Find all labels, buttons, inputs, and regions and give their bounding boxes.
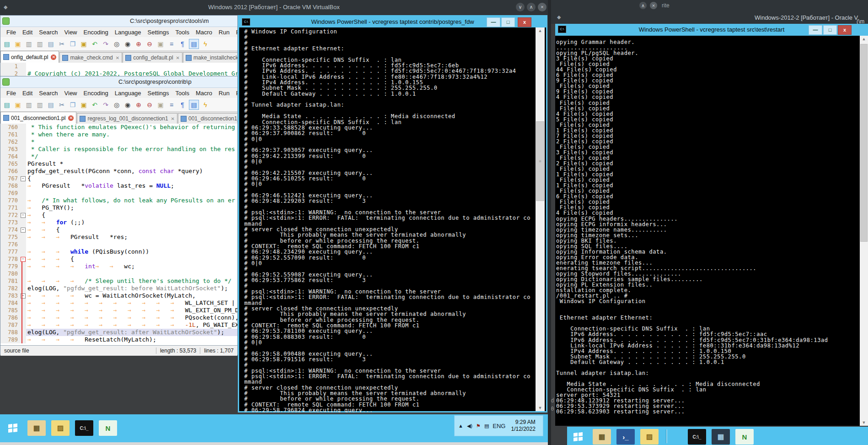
- menu-item-tools[interactable]: Tools: [172, 29, 193, 36]
- notepadpp-icon[interactable]: N: [735, 429, 754, 445]
- fold-margin[interactable]: [20, 241, 26, 248]
- indent-guide-icon[interactable]: ▤: [189, 39, 199, 49]
- scroll-down-icon[interactable]: ▼: [860, 420, 868, 425]
- fold-margin[interactable]: [20, 285, 26, 292]
- scrollbar-thumb[interactable]: ≡: [536, 121, 544, 201]
- close-icon[interactable]: ×: [650, 2, 657, 9]
- start-button[interactable]: [569, 429, 587, 445]
- fold-marker-icon[interactable]: −: [21, 257, 26, 262]
- fold-margin[interactable]: [20, 146, 26, 153]
- tab-close-icon[interactable]: ✕: [171, 116, 175, 121]
- close-button[interactable]: x: [838, 25, 852, 35]
- save-all-icon[interactable]: ▥: [35, 39, 44, 49]
- show-symbols-icon[interactable]: ¶: [178, 100, 187, 109]
- notepadpp1-titlebar[interactable]: C:\src\postgrespro\src\tools\m: [0, 16, 237, 27]
- notepadpp2-titlebar[interactable]: C:\src\postgrespro\contrib\p: [0, 76, 237, 88]
- cmd-icon[interactable]: C:\_: [75, 420, 93, 436]
- fold-margin[interactable]: [20, 153, 26, 160]
- menu-item-encoding[interactable]: Encoding: [80, 29, 112, 36]
- scrollbar-thumb[interactable]: [860, 44, 868, 242]
- fold-margin[interactable]: −: [20, 292, 26, 299]
- minimize-button[interactable]: —: [809, 25, 822, 35]
- computer-icon[interactable]: ▦: [712, 429, 730, 445]
- fold-margin[interactable]: −: [20, 175, 26, 182]
- fold-margin[interactable]: [20, 336, 26, 343]
- fold-margin[interactable]: −: [20, 226, 26, 233]
- fold-margin[interactable]: [20, 307, 26, 314]
- macro-run-icon[interactable]: ϟ: [201, 100, 210, 109]
- print-icon[interactable]: ▤: [46, 100, 55, 109]
- file-explorer-icon[interactable]: ▨: [51, 420, 70, 436]
- fold-margin[interactable]: [20, 190, 26, 197]
- menu-item-settings[interactable]: Settings: [145, 90, 172, 97]
- chevron-up-icon[interactable]: ∧: [527, 3, 536, 11]
- fold-margin[interactable]: [20, 321, 26, 329]
- fold-margin[interactable]: [20, 182, 26, 190]
- fold-margin[interactable]: [20, 138, 26, 146]
- menu-item-macro[interactable]: Macro: [193, 90, 215, 97]
- speaker-icon[interactable]: ◀): [467, 423, 472, 429]
- zoom-out-icon[interactable]: ⊖: [145, 39, 154, 49]
- print-icon[interactable]: ▤: [46, 39, 55, 49]
- cut-icon[interactable]: ✂: [57, 39, 66, 49]
- ps-mid-scrollbar[interactable]: ▲ ≡ ▼: [536, 27, 545, 411]
- tab-close-icon[interactable]: ✕: [68, 115, 74, 121]
- fold-margin[interactable]: [20, 314, 26, 321]
- right-vm-titlebar[interactable]: ∧ × rite ◆ Windows-2012-2 [Работает] - O…: [551, 0, 868, 24]
- menu-item-plugins[interactable]: Plugins: [233, 29, 237, 36]
- save-icon[interactable]: ▥: [24, 39, 33, 49]
- indent-guide-icon[interactable]: ▤: [189, 100, 199, 110]
- chevron-up-icon[interactable]: ∧: [639, 2, 647, 9]
- fold-margin[interactable]: [20, 63, 26, 70]
- fold-margin[interactable]: [20, 277, 26, 285]
- powershell-icon[interactable]: ›_: [616, 429, 635, 445]
- replace-icon[interactable]: ◉: [123, 100, 132, 109]
- ps-right-console[interactable]: opying Grammar header...................…: [555, 36, 861, 429]
- menu-item-run[interactable]: Run: [215, 90, 233, 97]
- fold-margin[interactable]: −: [20, 212, 26, 219]
- minimize-button[interactable]: —: [487, 17, 500, 27]
- tray-chevron-icon[interactable]: ▲: [458, 423, 463, 429]
- zoom-out-icon[interactable]: ⊖: [145, 100, 154, 109]
- menu-item-search[interactable]: Search: [36, 90, 61, 97]
- zoom-in-icon[interactable]: ⊕: [134, 39, 143, 49]
- open-file-icon[interactable]: ▣: [13, 39, 22, 49]
- find-icon[interactable]: ◎: [112, 39, 121, 49]
- fold-margin[interactable]: [20, 204, 26, 212]
- fold-margin[interactable]: −: [20, 255, 26, 263]
- notepadpp-icon[interactable]: N: [99, 420, 117, 436]
- scroll-up-icon[interactable]: ▲: [536, 28, 545, 33]
- copy-icon[interactable]: ❐: [68, 39, 77, 49]
- tab-config-default-pl[interactable]: config_default.pl✕: [123, 52, 182, 63]
- clock[interactable]: 9:29 AM 1/12/2022: [511, 419, 535, 433]
- network-icon[interactable]: ▤: [484, 423, 489, 429]
- ps-mid-console[interactable]: # Windows IP Configuration### Ethernet a…: [241, 27, 539, 412]
- fold-margin[interactable]: [20, 270, 26, 277]
- language-indicator[interactable]: ENG: [493, 423, 505, 429]
- tab-regress-log-001-disconnection1[interactable]: regress_log_001_disconnection1✕: [77, 113, 177, 124]
- server-manager-icon[interactable]: ▦: [27, 420, 46, 436]
- ps-mid-titlebar[interactable]: C:\ Windows PowerShell - vcregress tapte…: [239, 16, 546, 27]
- show-symbols-icon[interactable]: ¶: [178, 39, 187, 49]
- left-vm-titlebar[interactable]: ◆ Windows 2012 [Работает] - Oracle VM Vi…: [0, 0, 548, 15]
- tab-001-disconnection1-pl[interactable]: 001_disconnection1.pl✕: [0, 112, 76, 124]
- ps-right-scrollbar[interactable]: ▲ ▼: [860, 36, 868, 426]
- doc-switch-icon[interactable]: ▣: [156, 39, 165, 49]
- pin-icon[interactable]: ◆: [557, 14, 561, 20]
- replace-icon[interactable]: ◉: [123, 39, 132, 49]
- close-button[interactable]: x: [518, 17, 531, 27]
- fold-margin[interactable]: [20, 299, 26, 307]
- fold-marker-icon[interactable]: −: [21, 228, 26, 233]
- menu-item-file[interactable]: File: [3, 29, 19, 36]
- tab-onfig-default-pl[interactable]: onfig_default.pl✕: [0, 51, 59, 63]
- menu-item-run[interactable]: Run: [215, 29, 233, 36]
- action-center-icon[interactable]: ⚑: [476, 423, 481, 429]
- tab-close-icon[interactable]: ✕: [176, 55, 180, 60]
- fold-margin[interactable]: [20, 168, 26, 175]
- fold-margin[interactable]: [20, 248, 26, 255]
- fold-margin[interactable]: [20, 160, 26, 168]
- copy-icon[interactable]: ❐: [68, 100, 77, 109]
- notepadpp1-editor[interactable]: 1 2# Copyright (c) 2021-2022, PostgreSQL…: [0, 63, 237, 77]
- tab-make-check-cmd[interactable]: make_check.cmd✕: [59, 52, 122, 63]
- paste-icon[interactable]: ▣: [79, 39, 88, 49]
